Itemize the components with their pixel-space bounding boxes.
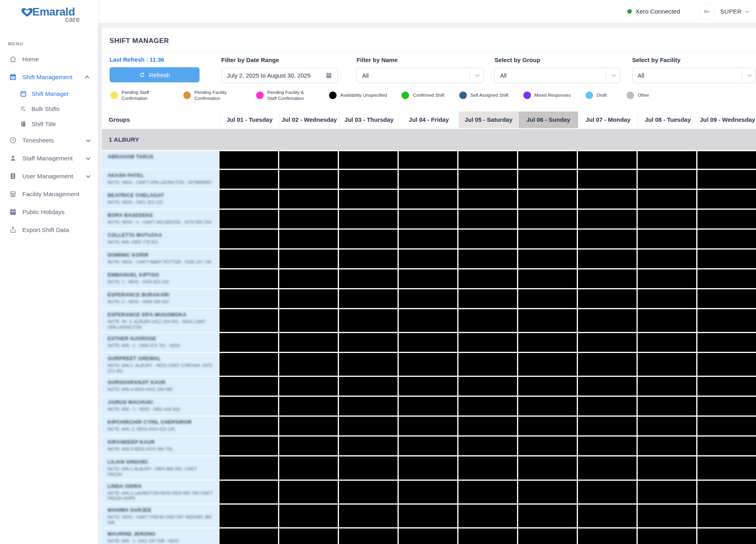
- shift-cell[interactable]: [399, 250, 458, 269]
- shift-cell[interactable]: [638, 456, 697, 480]
- day-column-header[interactable]: Jul 02 - Wednesday: [279, 111, 339, 128]
- day-column-header[interactable]: Jul 04 - Friday: [399, 111, 458, 128]
- shift-cell[interactable]: [458, 289, 518, 309]
- shift-cell[interactable]: [697, 230, 756, 250]
- shift-cell[interactable]: [518, 151, 578, 170]
- staff-name-cell[interactable]: AKASH PATELNote: NDIS - CAN'T UPA LAVING…: [102, 170, 219, 190]
- shift-cell[interactable]: [578, 309, 638, 333]
- staff-name-cell[interactable]: EMMANUEL KIPTOONote: 1 - NDIS - 0430 624…: [102, 269, 219, 289]
- shift-cell[interactable]: [458, 505, 518, 528]
- shift-cell[interactable]: [578, 190, 638, 210]
- shift-cell[interactable]: [219, 170, 279, 190]
- shift-cell[interactable]: [219, 210, 279, 230]
- shift-cell[interactable]: [339, 437, 399, 456]
- shift-cell[interactable]: [518, 333, 578, 353]
- sidebar-item-staff-management[interactable]: Staff Management: [0, 149, 98, 167]
- shift-cell[interactable]: [638, 170, 697, 190]
- shift-cell[interactable]: [219, 190, 279, 210]
- shift-cell[interactable]: [578, 250, 638, 269]
- shift-cell[interactable]: [339, 456, 399, 480]
- shift-cell[interactable]: [638, 151, 697, 170]
- shift-cell[interactable]: [279, 437, 339, 456]
- shift-cell[interactable]: [399, 437, 458, 456]
- shift-cell[interactable]: [638, 230, 697, 250]
- shift-cell[interactable]: [518, 377, 578, 397]
- shift-cell[interactable]: [578, 230, 638, 250]
- shift-cell[interactable]: [339, 353, 399, 377]
- sidebar-item-shift-manager[interactable]: Shift Manager: [0, 86, 98, 101]
- staff-name-cell[interactable]: ESTHER NJOROGENote: AIN - 1 - 0466 574 7…: [102, 333, 219, 353]
- sidebar-item-timesheets[interactable]: Timesheets: [0, 131, 98, 149]
- sidebar-item-facility-management[interactable]: Facility Management: [0, 185, 98, 203]
- shift-cell[interactable]: [399, 230, 458, 250]
- shift-cell[interactable]: [518, 437, 578, 456]
- day-column-header[interactable]: Jul 08 - Tuesday: [638, 111, 697, 128]
- shift-cell[interactable]: [697, 170, 756, 190]
- calendar-icon[interactable]: [325, 72, 332, 79]
- shift-cell[interactable]: [399, 151, 458, 170]
- shift-cell[interactable]: [458, 309, 518, 333]
- shift-cell[interactable]: [399, 528, 458, 544]
- shift-cell[interactable]: [638, 269, 697, 289]
- shift-cell[interactable]: [697, 250, 756, 269]
- staff-name-cell[interactable]: BEATRICE CHELAGATNote: NDIS - 0401 323 1…: [102, 190, 219, 210]
- shift-cell[interactable]: [399, 170, 458, 190]
- shift-cell[interactable]: [399, 456, 458, 480]
- shift-cell[interactable]: [219, 309, 279, 333]
- shift-cell[interactable]: [458, 397, 518, 417]
- shift-cell[interactable]: [279, 210, 339, 230]
- shift-cell[interactable]: [279, 481, 339, 505]
- shift-cell[interactable]: [458, 151, 518, 170]
- shift-cell[interactable]: [279, 353, 339, 377]
- staff-name-cell[interactable]: ABRAHAM TARUS: [102, 151, 219, 170]
- day-column-header[interactable]: Jul 06 - Sunday: [518, 111, 578, 128]
- shift-cell[interactable]: [638, 505, 697, 528]
- shift-cell[interactable]: [339, 505, 399, 528]
- staff-name-cell[interactable]: GURPREET GREWALNote: AIN-1- ALBURY - NDI…: [102, 353, 219, 377]
- shift-cell[interactable]: [697, 481, 756, 505]
- shift-cell[interactable]: [697, 289, 756, 309]
- shift-cell[interactable]: [697, 437, 756, 456]
- sidebar-item-export-shift-data[interactable]: Export Shift Data: [0, 221, 98, 239]
- shift-cell[interactable]: [578, 437, 638, 456]
- shift-cell[interactable]: [279, 289, 339, 309]
- refresh-button[interactable]: Refresh: [110, 67, 200, 82]
- shift-cell[interactable]: [638, 353, 697, 377]
- shift-cell[interactable]: [339, 151, 399, 170]
- shift-cell[interactable]: [279, 309, 339, 333]
- shift-cell[interactable]: [339, 250, 399, 269]
- shift-cell[interactable]: [279, 151, 339, 170]
- shift-cell[interactable]: [279, 230, 339, 250]
- shift-cell[interactable]: [458, 377, 518, 397]
- shift-cell[interactable]: [458, 437, 518, 456]
- shift-cell[interactable]: [578, 417, 638, 437]
- shift-cell[interactable]: [518, 481, 578, 505]
- day-column-header[interactable]: Jul 03 - Thursday: [339, 111, 399, 128]
- user-avatar[interactable]: [699, 4, 715, 19]
- shift-cell[interactable]: [697, 505, 756, 528]
- shift-cell[interactable]: [219, 528, 279, 544]
- shift-cell[interactable]: [458, 210, 518, 230]
- select-facility-select[interactable]: All: [632, 68, 756, 83]
- shift-cell[interactable]: [697, 309, 756, 333]
- staff-name-cell[interactable]: MAURINE JERONONote: AIN - 1- 0451 297 53…: [102, 528, 219, 544]
- shift-cell[interactable]: [638, 190, 697, 210]
- sidebar-item-shift-title[interactable]: Shift Title: [0, 116, 98, 131]
- staff-name-cell[interactable]: GURSHARANJIT KAURNote: AIN-4-NDIS-0432 2…: [102, 377, 219, 397]
- shift-cell[interactable]: [219, 377, 279, 397]
- shift-cell[interactable]: [399, 333, 458, 353]
- shift-cell[interactable]: [697, 333, 756, 353]
- shift-cell[interactable]: [279, 377, 339, 397]
- shift-cell[interactable]: [219, 456, 279, 480]
- shift-cell[interactable]: [458, 528, 518, 544]
- group-row-albury[interactable]: 1 ALBURY: [102, 129, 756, 151]
- shift-cell[interactable]: [518, 230, 578, 250]
- shift-cell[interactable]: [279, 505, 339, 528]
- shift-cell[interactable]: [399, 309, 458, 333]
- staff-name-cell[interactable]: LILIAN SINGOEINote: AIN-1-ALBURY - 0404 …: [102, 456, 219, 480]
- shift-cell[interactable]: [219, 250, 279, 269]
- staff-name-cell[interactable]: BORA BASEDEKENote: NDIS - 2 - CAN'T HOLB…: [102, 210, 219, 230]
- shift-cell[interactable]: [339, 210, 399, 230]
- sidebar-item-public-holidays[interactable]: Public Holidays: [0, 203, 98, 221]
- shift-cell[interactable]: [697, 210, 756, 230]
